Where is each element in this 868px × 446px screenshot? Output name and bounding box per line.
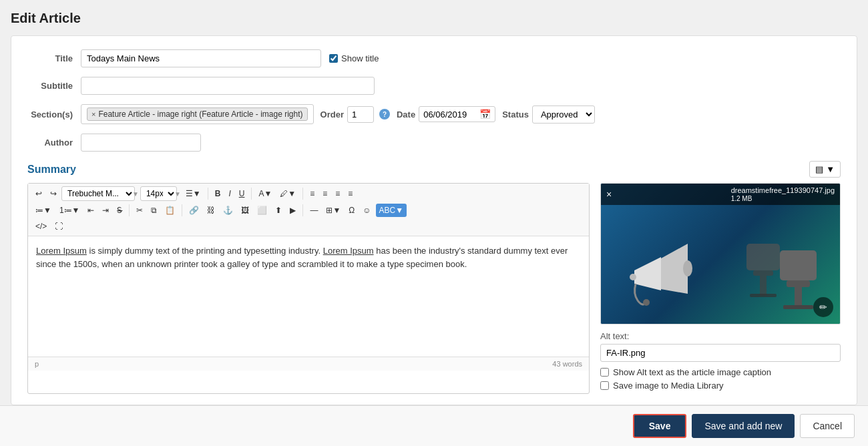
summary-title: Summary xyxy=(27,164,76,176)
svg-rect-12 xyxy=(795,287,802,307)
section-tag: × Feature Article - image right (Feature… xyxy=(87,107,308,121)
font-color-button[interactable]: A▼ xyxy=(255,187,275,200)
emoticon-button[interactable]: ☺ xyxy=(359,204,374,217)
highlight-color-button[interactable]: 🖊▼ xyxy=(276,187,299,200)
sections-label: Section(s) xyxy=(27,109,81,120)
align-right-button[interactable]: ≡ xyxy=(332,187,343,200)
help-icon[interactable]: ? xyxy=(379,109,390,120)
image-panel: × dreamstimefree_119390747.jpg 1.2 MB xyxy=(600,183,841,394)
editor-tag: p xyxy=(35,360,39,368)
font-family-select[interactable]: Trebuchet M... xyxy=(61,186,135,201)
italic-button[interactable]: I xyxy=(225,187,234,200)
alt-text-section: Alt text: Show Alt text as the article i… xyxy=(600,331,841,391)
save-button[interactable]: Save xyxy=(633,414,687,438)
code-view-button[interactable]: </> xyxy=(32,220,50,233)
author-row: Author xyxy=(27,134,841,152)
iframe-button[interactable]: ⬜ xyxy=(254,204,270,217)
subtitle-input[interactable] xyxy=(81,77,375,95)
toolbar-row-2: ≔▼ 1≔▼ ⇤ ⇥ S̶ ✂ ⧉ 📋 🔗 ⛓ ⚓ xyxy=(32,204,585,217)
editor-area: ↩ ↪ Trebuchet M... ▼ 14px ▼ ☰▼ xyxy=(27,183,590,394)
word-count: 43 words xyxy=(552,360,582,368)
svg-rect-7 xyxy=(753,270,773,276)
date-input-wrap: 📅 xyxy=(419,106,495,122)
order-label: Order xyxy=(320,109,344,120)
image-label-bar: × dreamstimefree_119390747.jpg 1.2 MB xyxy=(601,184,840,205)
strikethrough-button[interactable]: S̶ xyxy=(114,204,126,217)
bold-button[interactable]: B xyxy=(212,187,224,200)
show-title-checkbox[interactable] xyxy=(329,54,338,63)
show-alt-caption-checkbox[interactable] xyxy=(600,368,609,377)
date-label: Date xyxy=(397,109,415,120)
author-label: Author xyxy=(27,138,81,148)
upload-button[interactable]: ⬆ xyxy=(272,204,285,217)
date-input[interactable] xyxy=(423,109,477,120)
section-tag-text: Feature Article - image right (Feature A… xyxy=(98,109,302,119)
sections-field[interactable]: × Feature Article - image right (Feature… xyxy=(81,104,314,124)
order-input[interactable] xyxy=(347,106,374,123)
align-left-button[interactable]: ≡ xyxy=(306,187,318,200)
summary-header: Summary ▤ ▼ xyxy=(27,161,841,178)
author-input[interactable] xyxy=(81,134,201,152)
outdent-button[interactable]: ⇤ xyxy=(84,204,97,217)
sep5 xyxy=(182,204,182,216)
align-justify-button[interactable]: ≡ xyxy=(345,187,356,200)
summary-layout-button[interactable]: ▤ ▼ xyxy=(809,161,841,178)
cut-button[interactable]: ✂ xyxy=(133,204,146,217)
form-card: Title Show title Subtitle Section(s) × F… xyxy=(11,35,857,405)
image-container: × dreamstimefree_119390747.jpg 1.2 MB xyxy=(600,183,841,324)
image-close-button[interactable]: × xyxy=(606,190,612,199)
status-label: Status xyxy=(502,109,529,120)
calendar-icon[interactable]: 📅 xyxy=(479,109,491,120)
spellcheck-button[interactable]: ABC▼ xyxy=(376,204,407,217)
image-placeholder: × dreamstimefree_119390747.jpg 1.2 MB xyxy=(601,184,840,324)
svg-rect-9 xyxy=(750,294,777,297)
page-container: Edit Article Title Show title Subtitle S… xyxy=(0,0,868,446)
indent-button[interactable]: ⇥ xyxy=(99,204,112,217)
title-input[interactable] xyxy=(81,49,321,67)
editor-footer: p 43 words xyxy=(28,357,589,371)
unlink-button[interactable]: ⛓ xyxy=(204,204,218,217)
image-button[interactable]: 🖼 xyxy=(238,204,252,217)
paste-button[interactable]: 📋 xyxy=(162,204,178,217)
sep1 xyxy=(208,188,208,200)
redo-button[interactable]: ↪ xyxy=(47,187,60,200)
link-button[interactable]: 🔗 xyxy=(186,204,202,217)
cancel-button[interactable]: Cancel xyxy=(800,414,855,438)
ordered-list-button[interactable]: 1≔▼ xyxy=(56,204,83,217)
line-height-button[interactable]: ☰▼ xyxy=(182,187,204,200)
editor-text: Lorem Ipsum is simply dummy text of the … xyxy=(36,244,581,270)
font-size-select[interactable]: 14px xyxy=(140,186,177,201)
image-edit-button[interactable]: ✏ xyxy=(813,297,833,317)
sep4 xyxy=(129,204,130,216)
font-family-arrow: ▼ xyxy=(132,190,139,198)
section-tag-remove[interactable]: × xyxy=(91,110,95,118)
save-add-new-button[interactable]: Save and add new xyxy=(692,414,795,438)
layout-icon: ▤ xyxy=(815,164,823,174)
undo-button[interactable]: ↩ xyxy=(32,187,45,200)
copy-button[interactable]: ⧉ xyxy=(148,204,160,217)
video-button[interactable]: ▶ xyxy=(286,204,299,217)
subtitle-row: Subtitle xyxy=(27,77,841,95)
svg-point-4 xyxy=(683,260,692,276)
unordered-list-button[interactable]: ≔▼ xyxy=(32,204,55,217)
svg-point-5 xyxy=(643,299,650,306)
editor-content[interactable]: Lorem Ipsum is simply dummy text of the … xyxy=(28,236,589,357)
alt-text-input[interactable] xyxy=(600,344,841,362)
show-alt-caption-row: Show Alt text as the article image capti… xyxy=(600,367,841,377)
main-content-area: ↩ ↪ Trebuchet M... ▼ 14px ▼ ☰▼ xyxy=(27,183,841,394)
table-button[interactable]: ⊞▼ xyxy=(322,204,344,217)
align-center-button[interactable]: ≡ xyxy=(319,187,331,200)
anchor-button[interactable]: ⚓ xyxy=(220,204,236,217)
alt-text-label: Alt text: xyxy=(600,331,841,341)
save-media-label: Save image to Media Library xyxy=(613,381,723,391)
save-media-checkbox[interactable] xyxy=(600,381,609,390)
fullscreen-button[interactable]: ⛶ xyxy=(51,220,66,233)
underline-button[interactable]: U xyxy=(236,187,248,200)
status-select[interactable]: Approved Draft Pending xyxy=(532,105,595,124)
svg-point-3 xyxy=(630,274,636,280)
toolbar-row-3: </> ⛶ xyxy=(32,220,585,233)
summary-section: Summary ▤ ▼ ↩ ↪ Trebuchet M... xyxy=(27,161,841,394)
special-char-button[interactable]: Ω xyxy=(345,204,358,217)
svg-rect-11 xyxy=(787,280,810,287)
hr-button[interactable]: — xyxy=(306,204,321,217)
